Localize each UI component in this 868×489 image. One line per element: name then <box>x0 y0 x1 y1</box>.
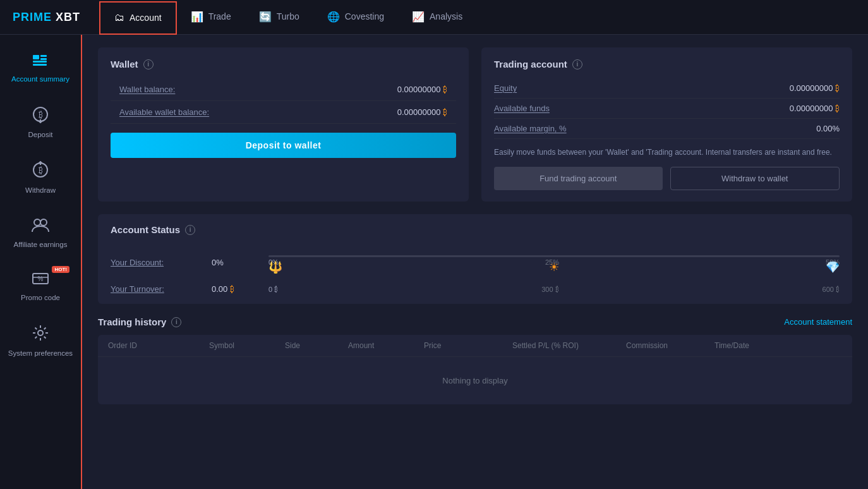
level-0-icon: 🔱 <box>268 260 282 274</box>
nav-items: 🗂 Account 📊 Trade 🔄 Turbo 🌐 Covesting 📈 … <box>99 0 476 35</box>
covesting-nav-icon: 🌐 <box>327 11 340 23</box>
wallet-panel: Wallet i Wallet balance: 0.00000000 ₿ Av… <box>98 47 469 202</box>
discount-label[interactable]: Your Discount: <box>111 258 212 267</box>
promo-icon: % <box>32 271 49 290</box>
account-status-title: Account Status i <box>111 224 840 235</box>
account-summary-label: Account summary <box>11 75 69 83</box>
turnover-value: 0.00 ₿ <box>212 284 262 294</box>
analysis-nav-icon: 📈 <box>412 11 425 23</box>
top-panels: Wallet i Wallet balance: 0.00000000 ₿ Av… <box>98 47 852 202</box>
deposit-to-wallet-button[interactable]: Deposit to wallet <box>111 133 456 158</box>
main-layout: Account summary ₿ Deposit ₿ <box>0 35 868 489</box>
withdraw-label: Withdraw <box>25 186 56 194</box>
nav-turbo[interactable]: 🔄 Turbo <box>245 0 313 35</box>
sidebar-item-system[interactable]: System preferences <box>0 313 81 368</box>
trading-history-info-icon[interactable]: i <box>171 317 181 327</box>
hot-badge: HOT! <box>52 266 69 273</box>
empty-message: Nothing to display <box>98 357 852 404</box>
svg-rect-0 <box>33 55 39 59</box>
svg-text:₿: ₿ <box>39 109 43 119</box>
trading-history-title: Trading history i <box>98 317 181 327</box>
col-amount: Amount <box>348 341 424 350</box>
account-status-panel: Account Status i Your Discount: 0% 🔱 ☀ 💎 <box>98 214 852 304</box>
trading-account-title-text: Trading account <box>494 59 567 69</box>
trading-history-title-text: Trading history <box>98 317 166 327</box>
wallet-info-icon[interactable]: i <box>143 59 154 69</box>
affiliate-icon <box>31 217 50 237</box>
turnover-progress-area: 0 ₿ 300 ₿ 600 ₿ <box>262 286 840 293</box>
available-wallet-row: Available wallet balance: 0.00000000 ₿ <box>111 101 456 124</box>
account-status-title-text: Account Status <box>111 224 180 235</box>
equity-row: Equity 0.00000000 ₿ <box>494 78 840 99</box>
system-icon <box>32 324 49 346</box>
transfer-note: Easily move funds between your 'Wallet' … <box>494 147 840 158</box>
progress-area: 🔱 ☀ 💎 0% 25% 50% <box>262 244 840 281</box>
affiliate-label: Affiliate earnings <box>14 241 68 248</box>
progress-bar-container: 🔱 ☀ 💎 0% 25% 50% <box>268 255 840 281</box>
logo: PRIME XBT <box>13 11 80 24</box>
nav-covesting[interactable]: 🌐 Covesting <box>313 0 398 35</box>
available-funds-label[interactable]: Available funds <box>494 104 550 113</box>
nav-analysis[interactable]: 📈 Analysis <box>398 0 476 35</box>
turnover-label[interactable]: Your Turnover: <box>111 284 212 294</box>
nav-account[interactable]: 🗂 Account <box>99 1 177 35</box>
account-nav-icon: 🗂 <box>114 12 124 23</box>
svg-rect-1 <box>40 55 47 57</box>
wallet-balance-label[interactable]: Wallet balance: <box>119 85 175 94</box>
available-wallet-label[interactable]: Available wallet balance: <box>119 107 209 117</box>
col-price: Price <box>424 341 512 350</box>
nav-trade[interactable]: 📊 Trade <box>177 0 245 35</box>
account-status-info-icon[interactable]: i <box>185 225 195 235</box>
level-25-icon: ☀ <box>549 260 559 274</box>
history-header: Trading history i Account statement <box>98 317 852 327</box>
withdraw-to-wallet-button[interactable]: Withdraw to wallet <box>670 167 840 190</box>
level-50-icon: 💎 <box>826 260 840 274</box>
turnover-0: 0 ₿ <box>268 286 278 293</box>
equity-label[interactable]: Equity <box>494 83 517 93</box>
wallet-balance-value: 0.00000000 ₿ <box>397 85 447 94</box>
sidebar-item-affiliate[interactable]: Affiliate earnings <box>0 205 81 260</box>
sidebar-item-deposit[interactable]: ₿ Deposit <box>0 94 81 150</box>
svg-rect-2 <box>40 58 47 60</box>
progress-bar-bg <box>268 255 840 257</box>
available-funds-row: Available funds 0.00000000 ₿ <box>494 99 840 119</box>
svg-point-14 <box>38 330 43 335</box>
trading-account-title: Trading account i <box>494 59 840 69</box>
discount-row: Your Discount: 0% 🔱 ☀ 💎 <box>111 244 840 281</box>
svg-text:%: % <box>38 275 44 282</box>
wallet-balance-row: Wallet balance: 0.00000000 ₿ <box>111 78 456 101</box>
sidebar-item-account-summary[interactable]: Account summary <box>0 41 81 94</box>
available-margin-row: Available margin, % 0.00% <box>494 119 840 139</box>
nav-account-label: Account <box>130 13 162 23</box>
discount-value: 0% <box>212 258 262 267</box>
turnover-markers: 0 ₿ 300 ₿ 600 ₿ <box>268 286 840 293</box>
col-time-date: Time/Date <box>714 341 842 350</box>
logo-xbt: XBT <box>52 11 80 23</box>
wallet-title: Wallet i <box>111 59 456 69</box>
account-status-section: Account Status i Your Discount: 0% 🔱 ☀ 💎 <box>98 214 852 304</box>
trading-account-info-icon[interactable]: i <box>572 59 582 69</box>
svg-rect-3 <box>33 61 47 63</box>
account-summary-icon <box>32 52 49 71</box>
nav-trade-label: Trade <box>208 11 231 21</box>
available-wallet-value: 0.00000000 ₿ <box>397 107 447 117</box>
trading-account-panel: Trading account i Equity 0.00000000 ₿ Av… <box>481 47 852 202</box>
progress-icons: 🔱 ☀ 💎 <box>268 260 840 274</box>
sidebar-item-promo[interactable]: HOT! % Promo code <box>0 260 81 313</box>
sidebar-item-withdraw[interactable]: ₿ Withdraw <box>0 150 81 205</box>
col-commission: Commission <box>626 341 714 350</box>
turnover-300: 300 ₿ <box>541 286 558 293</box>
action-buttons: Fund trading account Withdraw to wallet <box>494 167 840 190</box>
svg-text:₿: ₿ <box>39 165 43 175</box>
system-label: System preferences <box>8 349 73 357</box>
available-margin-label[interactable]: Available margin, % <box>494 124 567 133</box>
table-header-row: Order ID Symbol Side Amount Price Settle… <box>98 335 852 357</box>
account-statement-link[interactable]: Account statement <box>784 317 852 327</box>
wallet-title-text: Wallet <box>111 59 138 69</box>
col-symbol: Symbol <box>209 341 285 350</box>
top-navigation: PRIME XBT 🗂 Account 📊 Trade 🔄 Turbo 🌐 Co… <box>0 0 868 35</box>
available-margin-value: 0.00% <box>816 124 840 133</box>
fund-trading-account-button[interactable]: Fund trading account <box>494 167 663 190</box>
trading-history-table: Order ID Symbol Side Amount Price Settle… <box>98 335 852 404</box>
nav-turbo-label: Turbo <box>277 11 299 21</box>
